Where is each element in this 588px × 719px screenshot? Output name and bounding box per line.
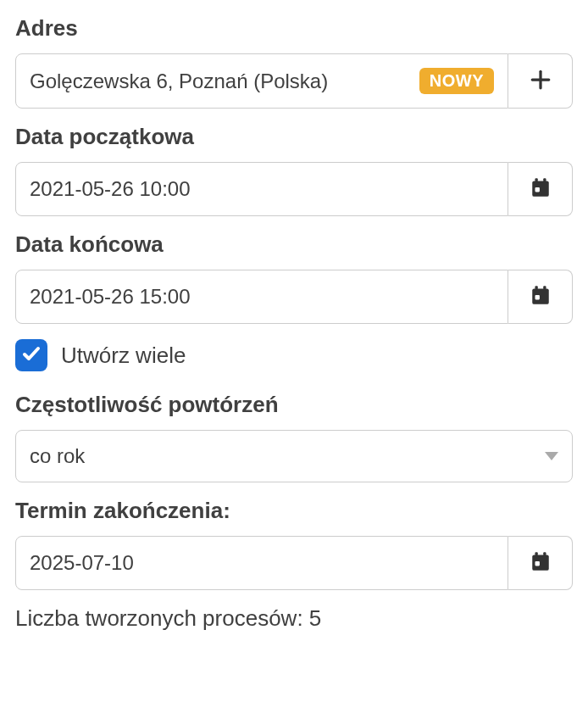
end-date-picker-button[interactable]	[508, 270, 573, 324]
add-address-button[interactable]	[508, 53, 573, 109]
create-many-label: Utwórz wiele	[61, 343, 186, 369]
calendar-icon	[530, 176, 552, 202]
check-icon	[21, 343, 42, 367]
termination-date-value: 2025-07-10	[30, 551, 134, 575]
svg-rect-10	[532, 555, 549, 570]
frequency-select[interactable]: co rok	[15, 430, 573, 482]
plus-icon	[530, 69, 552, 94]
svg-rect-12	[543, 552, 546, 556]
termination-date-picker-button[interactable]	[508, 536, 573, 590]
svg-rect-13	[535, 561, 539, 566]
termination-label: Termin zakończenia:	[15, 498, 573, 524]
end-date-value: 2021-05-26 15:00	[30, 285, 191, 309]
end-date-input[interactable]: 2021-05-26 15:00	[15, 270, 508, 324]
start-date-value: 2021-05-26 10:00	[30, 177, 191, 201]
frequency-value: co rok	[30, 444, 85, 468]
chevron-down-icon	[545, 452, 558, 460]
svg-rect-5	[535, 187, 539, 192]
address-input[interactable]: Golęczewska 6, Poznań (Polska) NOWY	[15, 53, 508, 109]
svg-rect-4	[543, 178, 546, 182]
svg-rect-6	[532, 288, 549, 304]
new-badge: NOWY	[419, 68, 494, 94]
calendar-icon	[530, 284, 552, 309]
end-date-label: Data końcowa	[15, 231, 573, 258]
svg-rect-7	[535, 286, 537, 290]
address-label: Adres	[15, 15, 573, 42]
frequency-label: Częstotliwość powtórzeń	[15, 392, 573, 418]
calendar-icon	[530, 550, 552, 576]
start-date-label: Data początkowa	[15, 124, 573, 150]
svg-rect-9	[535, 295, 539, 299]
start-date-input[interactable]: 2021-05-26 10:00	[15, 162, 508, 216]
create-many-checkbox[interactable]	[15, 339, 47, 371]
svg-rect-11	[535, 552, 537, 556]
svg-rect-2	[532, 181, 549, 196]
svg-rect-3	[535, 178, 537, 182]
termination-date-input[interactable]: 2025-07-10	[15, 536, 508, 590]
process-count-summary: Liczba tworzonych procesów: 5	[15, 605, 573, 632]
start-date-picker-button[interactable]	[508, 162, 573, 216]
address-value: Golęczewska 6, Poznań (Polska)	[30, 70, 328, 93]
svg-rect-8	[543, 286, 546, 290]
